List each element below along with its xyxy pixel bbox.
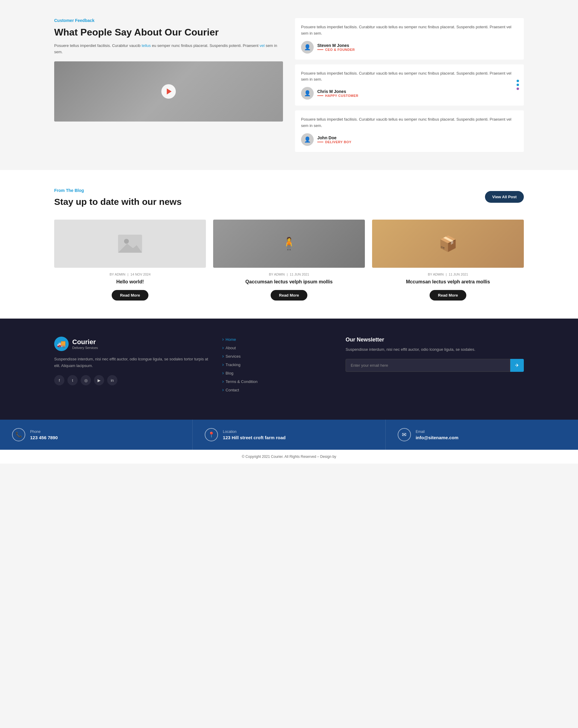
footer-nav-services: Services <box>222 354 333 359</box>
testimonial-person-3: 👤 John Doe DELIVERY BOY <box>301 133 518 146</box>
person-role-3: DELIVERY BOY <box>317 140 351 144</box>
play-button[interactable] <box>161 84 176 99</box>
footer-nav-home: Home <box>222 337 333 342</box>
footer-link-services[interactable]: Services <box>222 354 333 359</box>
footer-link-home[interactable]: Home <box>222 337 333 342</box>
blog-section: From The Blog Stay up to date with our n… <box>0 170 578 318</box>
social-linkedin[interactable]: in <box>107 375 118 385</box>
blog-card-title-1: Hello world! <box>54 279 206 285</box>
social-facebook[interactable]: f <box>54 375 65 385</box>
blog-date-2: 11 JUN 2021 <box>290 272 309 276</box>
blog-date-1: 14 NOV 2024 <box>130 272 151 276</box>
blog-card-1: BY ADMIN | 14 NOV 2024 Hello world! Read… <box>54 219 206 301</box>
read-more-button-1[interactable]: Read More <box>112 290 148 301</box>
social-twitter[interactable]: t <box>68 375 78 385</box>
feedback-video[interactable] <box>54 61 283 122</box>
footer-link-about[interactable]: About <box>222 345 333 350</box>
blog-date-3: 11 JUN 2021 <box>449 272 468 276</box>
blog-author-3: BY ADMIN <box>428 272 444 276</box>
worker-image: 🧍 <box>213 219 365 268</box>
footer-nav-blog: Blog <box>222 370 333 376</box>
blog-meta-3: BY ADMIN | 11 JUN 2021 <box>372 272 524 276</box>
newsletter-input[interactable] <box>346 359 510 372</box>
phone-label: Phone <box>30 430 58 434</box>
feedback-right: Posuere tellus imperdiet facilisis. Cura… <box>295 18 524 152</box>
avatar-3: 👤 <box>301 133 314 146</box>
testimonial-text-2: Posuere tellus imperdiet facilisis. Cura… <box>301 70 518 83</box>
phone-info: Phone 123 456 7890 <box>30 430 58 440</box>
footer-logo: 🚚 <box>54 337 69 351</box>
testimonial-person-1: 👤 Steven M Jones CEO & FOUNDER <box>301 41 518 54</box>
newsletter-title: Our Newsletter <box>346 337 524 343</box>
phone-icon: 📞 <box>12 428 25 441</box>
testimonial-person-2: 👤 Chris M Jones HAPPY CUSTOMER <box>301 87 518 100</box>
blog-author-2: BY ADMIN <box>269 272 284 276</box>
footer-link-terms[interactable]: Terms & Condition <box>222 379 333 384</box>
person-name-3: John Doe <box>317 135 351 140</box>
testimonial-text-3: Posuere tellus imperdiet facilisis. Cura… <box>301 116 518 129</box>
footer-brand-text: Courier Delivery Services <box>72 338 98 349</box>
blog-card-title-2: Qaccumsan lectus velph ipsum mollis <box>213 279 365 285</box>
copyright-bar: © Copyright 2021 Courier. All Rights Res… <box>0 450 578 464</box>
avatar-2: 👤 <box>301 87 314 100</box>
footer-grid: 🚚 Courier Delivery Services Suspendisse … <box>54 337 524 396</box>
newsletter-form: ✈ <box>346 359 524 372</box>
contact-item-location: 📍 Location 123 Hill street croft farm ro… <box>193 420 385 450</box>
testimonial-card-3: Posuere tellus imperdiet facilisis. Cura… <box>295 110 524 152</box>
social-youtube[interactable]: ▶ <box>94 375 104 385</box>
feedback-section: Customer Feedback What People Say About … <box>0 0 578 170</box>
person-info-3: John Doe DELIVERY BOY <box>317 135 351 144</box>
dot-2 <box>517 84 519 86</box>
location-info: Location 123 Hill street croft farm road <box>223 430 285 440</box>
feedback-left: Customer Feedback What People Say About … <box>54 18 283 152</box>
read-more-button-2[interactable]: Read More <box>271 290 307 301</box>
blog-meta-1: BY ADMIN | 14 NOV 2024 <box>54 272 206 276</box>
contact-item-phone: 📞 Phone 123 456 7890 <box>0 420 193 450</box>
testimonial-card-2: Posuere tellus imperdiet facilisis. Cura… <box>295 64 524 106</box>
footer: 🚚 Courier Delivery Services Suspendisse … <box>0 318 578 420</box>
newsletter-desc: Suspendisse interdum, nisi nec effit auc… <box>346 346 524 353</box>
read-more-button-3[interactable]: Read More <box>430 290 466 301</box>
person-role-2: HAPPY CUSTOMER <box>317 94 358 98</box>
blog-card-img-1 <box>54 219 206 268</box>
footer-link-contact[interactable]: Contact <box>222 387 333 393</box>
dots-indicator <box>517 80 519 90</box>
feedback-description: Posuere tellus imperdiet facilisis. Cura… <box>54 43 283 55</box>
blog-header: From The Blog Stay up to date with our n… <box>54 188 524 208</box>
footer-col-newsletter: Our Newsletter Suspendisse interdum, nis… <box>346 337 524 396</box>
blog-title: Stay up to date with our news <box>54 196 181 208</box>
view-all-button[interactable]: View All Post <box>485 191 524 203</box>
footer-nav-tracking: Tracking <box>222 362 333 367</box>
feedback-title: What People Say About Our Courier <box>54 26 283 38</box>
social-instagram[interactable]: ◎ <box>81 375 91 385</box>
blog-author-1: BY ADMIN <box>109 272 125 276</box>
person-name-2: Chris M Jones <box>317 89 358 94</box>
footer-description: Suspendisse interdum, nisi nec effit auc… <box>54 356 210 369</box>
person-name-1: Steven M Jones <box>317 43 355 48</box>
email-info: Email info@sitename.com <box>416 430 458 440</box>
dot-3 <box>517 87 519 90</box>
copyright-text: © Copyright 2021 Courier. All Rights Res… <box>242 454 336 459</box>
blog-card-img-2: 🧍 <box>213 219 365 268</box>
footer-link-tracking[interactable]: Tracking <box>222 362 333 367</box>
phone-value: 123 456 7890 <box>30 435 58 440</box>
footer-link-blog[interactable]: Blog <box>222 370 333 376</box>
feedback-label: Customer Feedback <box>54 18 283 23</box>
footer-nav-contact: Contact <box>222 387 333 393</box>
location-label: Location <box>223 430 285 434</box>
person-info-1: Steven M Jones CEO & FOUNDER <box>317 43 355 51</box>
testimonial-text-1: Posuere tellus imperdiet facilisis. Cura… <box>301 24 518 37</box>
footer-col-brand: 🚚 Courier Delivery Services Suspendisse … <box>54 337 210 396</box>
email-label: Email <box>416 430 458 434</box>
blog-cards: BY ADMIN | 14 NOV 2024 Hello world! Read… <box>54 219 524 301</box>
person-info-2: Chris M Jones HAPPY CUSTOMER <box>317 89 358 98</box>
box-image: 📦 <box>372 219 524 268</box>
email-icon: ✉ <box>398 428 411 441</box>
avatar-1: 👤 <box>301 41 314 54</box>
blog-label: From The Blog <box>54 188 181 193</box>
location-icon: 📍 <box>205 428 218 441</box>
contact-item-email: ✉ Email info@sitename.com <box>386 420 578 450</box>
contact-bar: 📞 Phone 123 456 7890 📍 Location 123 Hill… <box>0 420 578 450</box>
newsletter-submit-button[interactable]: ✈ <box>510 359 524 372</box>
footer-brand: 🚚 Courier Delivery Services <box>54 337 210 351</box>
